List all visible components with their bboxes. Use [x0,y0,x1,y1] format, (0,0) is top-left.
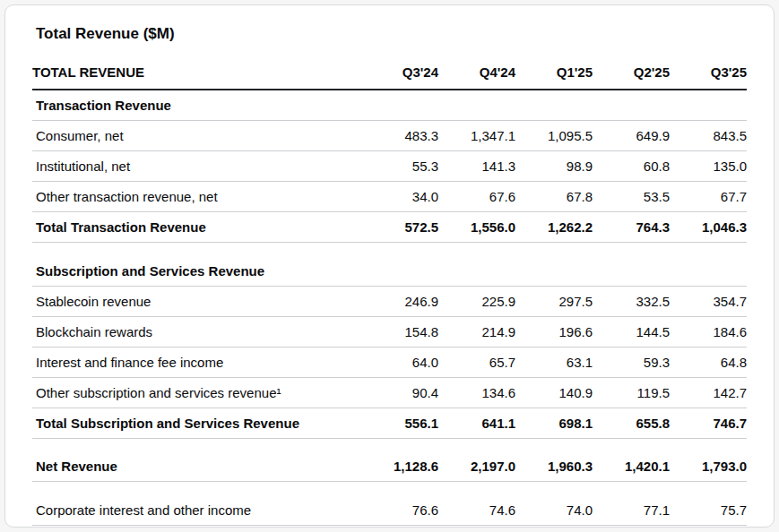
spacer-cell [32,243,747,256]
row-value: 1,128.6 [361,451,438,482]
row-value: 1,556.0 [438,212,515,243]
table-row: Interest and finance fee income64.065.76… [32,347,747,377]
table-header-row: TOTAL REVENUE Q3'24 Q4'24 Q1'25 Q2'25 Q3… [32,57,747,90]
column-header-q3-24: Q3'24 [361,57,438,90]
row-value: 77.1 [593,495,670,526]
row-value: 141.3 [438,151,515,182]
row-value: 698.1 [515,408,593,438]
row-value: 1,095.5 [515,121,593,151]
row-value: 196.6 [515,316,593,347]
row-value: 134.6 [438,377,515,408]
row-label: Total Transaction Revenue [32,212,361,243]
row-value: 55.3 [361,151,438,182]
spacer-cell [32,482,747,495]
spacer-row [32,438,747,451]
row-value [361,256,438,287]
row-label: Other subscription and services revenue¹ [32,377,361,408]
row-value [670,256,747,287]
row-value: 483.3 [361,121,438,151]
table-row: Total Transaction Revenue572.51,556.01,2… [32,212,747,243]
column-header-q1-25: Q1'25 [515,57,593,90]
row-label: Net Revenue [32,451,361,482]
row-value: 2,034.3 [515,525,593,528]
row-value: 59.3 [593,347,670,377]
row-value: 154.8 [361,316,438,347]
row-value: 60.8 [593,151,670,182]
row-value: 641.1 [438,408,515,438]
column-header-label: TOTAL REVENUE [32,57,361,90]
revenue-table: TOTAL REVENUE Q3'24 Q4'24 Q1'25 Q2'25 Q3… [32,57,747,528]
row-value [515,90,593,121]
row-value [438,90,515,121]
row-value: 144.5 [593,316,670,347]
column-header-q2-25: Q2'25 [593,57,670,90]
revenue-table-body: Transaction RevenueConsumer, net483.31,3… [32,90,747,528]
row-value: 74.6 [438,495,515,526]
row-value: 843.5 [670,121,747,151]
row-value: 1,046.3 [670,212,747,243]
column-header-q3-25: Q3'25 [670,57,747,90]
row-value: 1,205.2 [361,525,438,528]
row-value: 65.7 [438,347,515,377]
table-row: Total Subscription and Services Revenue5… [32,408,747,438]
row-label: Subscription and Services Revenue [32,256,361,287]
row-label: Transaction Revenue [32,90,361,121]
row-value: 764.3 [593,212,670,243]
row-value: 135.0 [670,151,747,182]
row-value: 98.9 [515,151,593,182]
row-value: 67.8 [515,182,593,212]
row-value: 142.7 [670,377,747,408]
row-value: 297.5 [515,286,593,316]
row-value [670,90,747,121]
table-row: Other transaction revenue, net34.067.667… [32,182,747,212]
table-row: Net Revenue1,128.62,197.01,960.31,420.11… [32,451,747,482]
row-value [361,90,438,121]
row-value: 53.5 [593,182,670,212]
row-value: 1,497.2 [593,525,670,528]
row-value: 1,868.7 [670,525,747,528]
revenue-card: Total Revenue ($M) TOTAL REVENUE Q3'24 Q… [4,4,775,528]
table-row: Corporate interest and other income76.67… [32,495,747,526]
row-label: Other transaction revenue, net [32,182,361,212]
page-title: Total Revenue ($M) [36,25,747,43]
spacer-cell [32,438,747,451]
row-value: 140.9 [515,377,593,408]
row-value [593,256,670,287]
row-value [438,256,515,287]
row-value: 2,271.6 [438,525,515,528]
column-header-q4-24: Q4'24 [438,57,515,90]
row-value: 354.7 [670,286,747,316]
row-value: 119.5 [593,377,670,408]
row-value: 1,420.1 [593,451,670,482]
row-value: 214.9 [438,316,515,347]
row-value: 74.0 [515,495,593,526]
row-value: 1,960.3 [515,451,593,482]
row-value: 75.7 [670,495,747,526]
row-value: 64.0 [361,347,438,377]
row-label: Blockchain rewards [32,316,361,347]
row-value: 90.4 [361,377,438,408]
spacer-row [32,482,747,495]
table-row: Blockchain rewards154.8214.9196.6144.518… [32,316,747,347]
row-value: 556.1 [361,408,438,438]
row-value [593,90,670,121]
row-value: 184.6 [670,316,747,347]
row-value: 572.5 [361,212,438,243]
spacer-row [32,243,747,256]
row-label: Total Revenue [32,525,361,528]
table-row: Total Revenue1,205.22,271.62,034.31,497.… [32,525,747,528]
row-label: Interest and finance fee income [32,347,361,377]
table-row: Consumer, net483.31,347.11,095.5649.9843… [32,121,747,151]
row-value: 746.7 [670,408,747,438]
row-value: 76.6 [361,495,438,526]
row-value: 2,197.0 [438,451,515,482]
row-label: Total Subscription and Services Revenue [32,408,361,438]
table-row: Transaction Revenue [32,90,747,121]
row-value: 332.5 [593,286,670,316]
row-label: Consumer, net [32,121,361,151]
row-value: 655.8 [593,408,670,438]
row-value: 34.0 [361,182,438,212]
table-row: Institutional, net55.3141.398.960.8135.0 [32,151,747,182]
row-value: 1,262.2 [515,212,593,243]
row-value: 64.8 [670,347,747,377]
